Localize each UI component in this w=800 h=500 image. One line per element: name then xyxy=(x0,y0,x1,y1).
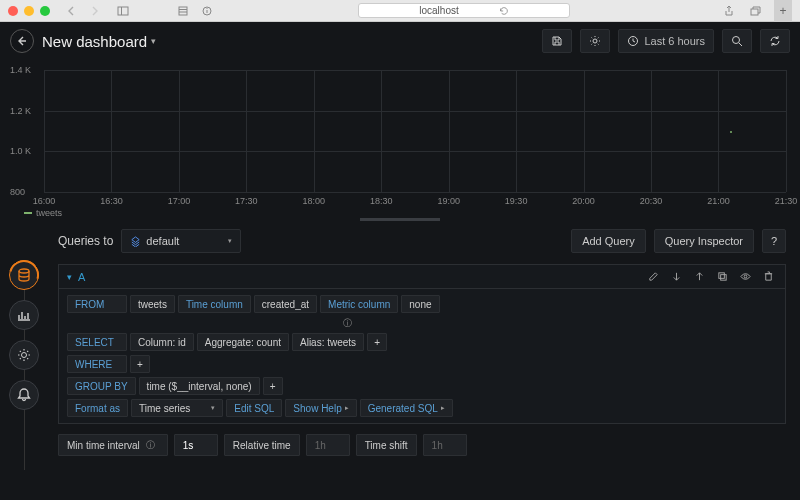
rail-queries-button[interactable] xyxy=(9,260,39,290)
show-help-button[interactable]: Show Help▸ xyxy=(285,399,356,417)
format-value: Time series xyxy=(139,403,190,414)
select-column[interactable]: Column: id xyxy=(130,333,194,351)
svg-line-12 xyxy=(739,43,742,46)
relative-time-label: Relative time xyxy=(224,434,300,456)
dashboard-title[interactable]: New dashboard ▾ xyxy=(42,33,156,50)
nav-back-button[interactable] xyxy=(62,5,80,17)
zoom-window-icon[interactable] xyxy=(40,6,50,16)
info-icon[interactable]: ⓘ xyxy=(146,439,155,452)
app-root: New dashboard ▾ Last 6 hours 1.4 K 1.2 K… xyxy=(0,22,800,500)
browser-chrome: localhost + xyxy=(0,0,800,22)
chevron-down-icon: ▾ xyxy=(228,237,232,245)
reload-icon[interactable] xyxy=(499,6,509,16)
xtick: 17:30 xyxy=(235,196,258,206)
svg-point-14 xyxy=(22,353,27,358)
xtick: 16:30 xyxy=(100,196,123,206)
kw-where: WHERE xyxy=(67,355,127,373)
privacy-report-icon[interactable] xyxy=(198,5,216,17)
rail-alert-button[interactable] xyxy=(9,380,39,410)
row-select: SELECT Column: id Aggregate: count Alias… xyxy=(59,331,785,353)
move-down-icon[interactable] xyxy=(668,268,685,286)
editor-rail xyxy=(0,222,48,500)
xtick: 16:00 xyxy=(33,196,56,206)
legend-label: tweets xyxy=(36,208,62,218)
generated-sql-button[interactable]: Generated SQL▸ xyxy=(360,399,453,417)
share-icon[interactable] xyxy=(720,5,738,17)
info-icon[interactable]: ⓘ xyxy=(343,318,352,328)
database-icon xyxy=(130,236,141,247)
legend-swatch xyxy=(24,212,32,214)
chart-panel: 1.4 K 1.2 K 1.0 K 800 16:00 16:30 17:00 … xyxy=(0,60,800,220)
minimize-window-icon[interactable] xyxy=(24,6,34,16)
from-table[interactable]: tweets xyxy=(130,295,175,313)
queries-header: Queries to default ▾ Add Query Query Ins… xyxy=(58,226,786,256)
legend[interactable]: tweets xyxy=(24,208,62,218)
format-select[interactable]: Time series ▾ xyxy=(131,399,223,417)
groupby-add-button[interactable]: + xyxy=(263,377,283,395)
edit-sql-button[interactable]: Edit SQL xyxy=(226,399,282,417)
delete-icon[interactable] xyxy=(760,268,777,286)
min-interval-value[interactable]: 1s xyxy=(174,434,218,456)
svg-rect-8 xyxy=(751,9,758,15)
row-groupby: GROUP BY time ($__interval, none) + xyxy=(59,375,785,397)
duplicate-icon[interactable] xyxy=(714,268,731,286)
traffic-lights xyxy=(8,6,50,16)
editor-main: Queries to default ▾ Add Query Query Ins… xyxy=(48,222,800,500)
time-shift-input[interactable]: 1h xyxy=(423,434,467,456)
edit-icon[interactable] xyxy=(645,268,662,286)
new-tab-button[interactable]: + xyxy=(774,0,792,22)
rail-visualization-button[interactable] xyxy=(9,300,39,330)
xtick: 20:30 xyxy=(640,196,663,206)
xtick: 19:30 xyxy=(505,196,528,206)
xtick: 21:00 xyxy=(707,196,730,206)
xtick: 18:30 xyxy=(370,196,393,206)
select-alias[interactable]: Alias: tweets xyxy=(292,333,364,351)
time-shift-label: Time shift xyxy=(356,434,417,456)
topbar: New dashboard ▾ Last 6 hours xyxy=(0,22,800,60)
queries-to-label: Queries to xyxy=(58,234,113,248)
sidebar-toggle-icon[interactable] xyxy=(114,5,132,17)
ytick: 800 xyxy=(10,187,25,197)
select-aggregate[interactable]: Aggregate: count xyxy=(197,333,289,351)
relative-time-input[interactable]: 1h xyxy=(306,434,350,456)
zoom-out-button[interactable] xyxy=(722,29,752,53)
tabs-icon[interactable] xyxy=(746,5,764,17)
queries-help-button[interactable]: ? xyxy=(762,229,786,253)
row-where: WHERE + xyxy=(59,353,785,375)
svg-rect-16 xyxy=(721,274,727,280)
add-query-button[interactable]: Add Query xyxy=(571,229,646,253)
svg-point-7 xyxy=(206,7,207,8)
kw-format: Format as xyxy=(67,399,128,417)
rail-general-settings-button[interactable] xyxy=(9,340,39,370)
address-bar[interactable]: localhost xyxy=(222,3,706,18)
svg-rect-2 xyxy=(179,7,187,15)
query-rows: FROM tweets Time column created_at Metri… xyxy=(59,289,785,423)
toggle-visibility-icon[interactable] xyxy=(737,268,754,286)
where-add-button[interactable]: + xyxy=(130,355,150,373)
select-add-button[interactable]: + xyxy=(367,333,387,351)
move-up-icon[interactable] xyxy=(691,268,708,286)
save-dashboard-button[interactable] xyxy=(542,29,572,53)
groupby-expr[interactable]: time ($__interval, none) xyxy=(139,377,260,395)
reader-icon[interactable] xyxy=(174,5,192,17)
query-inspector-button[interactable]: Query Inspector xyxy=(654,229,754,253)
url-text: localhost xyxy=(419,5,458,16)
metric-column-value[interactable]: none xyxy=(401,295,439,313)
nav-fwd-button[interactable] xyxy=(86,5,104,17)
min-interval-label: Min time interval ⓘ xyxy=(58,434,168,456)
query-footer: Min time interval ⓘ 1s Relative time 1h … xyxy=(58,434,786,456)
scrollbar-hint[interactable] xyxy=(360,218,440,221)
collapse-toggle[interactable]: ▾ xyxy=(67,272,72,282)
xtick: 18:00 xyxy=(303,196,326,206)
refresh-button[interactable] xyxy=(760,29,790,53)
timerange-button[interactable]: Last 6 hours xyxy=(618,29,714,53)
datasource-select[interactable]: default ▾ xyxy=(121,229,241,253)
xtick: 20:00 xyxy=(572,196,595,206)
chart-plot-area[interactable]: 1.4 K 1.2 K 1.0 K 800 16:00 16:30 17:00 … xyxy=(44,70,786,192)
data-point xyxy=(730,131,732,133)
dashboard-settings-button[interactable] xyxy=(580,29,610,53)
datasource-name: default xyxy=(146,235,179,247)
time-column-value[interactable]: created_at xyxy=(254,295,317,313)
close-window-icon[interactable] xyxy=(8,6,18,16)
back-button[interactable] xyxy=(10,29,34,53)
